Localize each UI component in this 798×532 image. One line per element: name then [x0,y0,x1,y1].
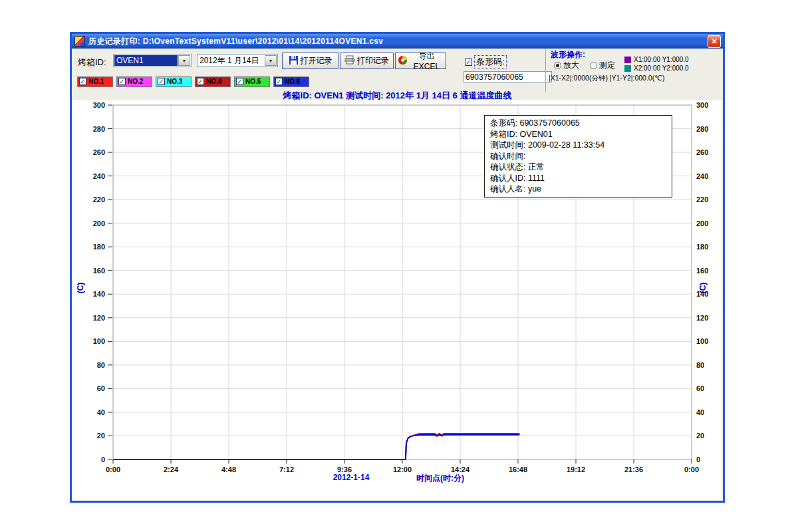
x2y2-readout: X2:00:00 Y2:000.0 [634,65,689,72]
x-tick-label: 19:12 [567,466,585,473]
x1y1-color-swatch [624,57,631,63]
zoom-radio-label: 放大 [563,60,579,71]
x-tick-label: 7:12 [279,466,294,473]
barcode-label: 条形码: [474,55,507,68]
oven-id-label: 烤箱ID: [78,57,106,68]
channel-checkbox-NO.5[interactable]: ✓NO.5 [234,76,270,87]
y-tick-label-left: 20 [97,432,105,440]
y-tick-label-left: 100 [93,337,105,345]
y-tick-label-left: 140 [93,290,105,298]
checkbox-check-icon: ✓ [236,78,243,85]
y-tick-label-left: 0 [101,456,105,464]
y-tick-label-right: 240 [696,172,708,180]
x-tick-label: 21:36 [624,466,643,473]
y-tick-label-right: 220 [696,196,708,203]
checkbox-check-icon: ✓ [118,78,126,85]
y-tick-label-left: 260 [93,148,105,156]
series-NO.6 [113,435,519,460]
y-tick-label-right: 180 [696,243,708,251]
y-tick-label-right: 80 [696,361,704,369]
infobox-line: 烤箱ID: OVEN01 [490,129,666,140]
channel-checkbox-NO.3[interactable]: ✓NO.3 [156,76,192,87]
channel-label: NO.3 [167,78,182,85]
x-tick-label: 16:48 [509,466,527,473]
y-tick-label-left: 40 [97,408,105,416]
y-tick-label-right: 20 [696,432,704,440]
window-title: 历史记录打印: D:\OvenTextSystemV11\user\2012\0… [88,36,383,47]
waveform-title: 波形操作: [551,49,585,61]
chevron-down-icon[interactable]: ▼ [265,55,277,66]
oven-id-value: OVEN1 [114,55,178,66]
channel-label: NO.5 [245,78,261,85]
checkbox-check-icon: ✓ [79,78,86,85]
x1y1-readout: X1:00:00 Y1:000.0 [634,56,689,63]
y-tick-label-right: 120 [696,314,708,322]
y-tick-label-right: 280 [696,125,708,133]
x-axis-date-label: 2012-1-14 [309,473,394,482]
y-tick-label-left: 80 [97,361,105,369]
radio-unselected-icon [590,62,597,69]
y-axis-unit-right: (C) [698,283,708,294]
y-tick-label-left: 120 [93,314,105,322]
zoom-radio[interactable]: 放大 [554,60,579,71]
channel-checkbox-NO.1[interactable]: ✓NO.1 [77,76,113,87]
radio-selected-icon [554,62,561,69]
y-tick-label-left: 160 [93,267,105,275]
infobox-line: 确认人ID: 1111 [490,173,666,184]
y-axis-unit-left: (C) [76,283,85,294]
y-tick-label-right: 300 [696,101,708,109]
floppy-icon [289,55,299,67]
export-excel-label: 导出EXCEL [410,51,444,71]
infobox-line: 条形码: 6903757060065 [490,118,666,129]
y-tick-label-left: 60 [97,384,105,392]
checkbox-check-icon: ✓ [158,78,165,85]
print-record-button[interactable]: 打印记录 [340,53,394,69]
infobox-line: 确认人名: yue [490,184,666,195]
close-icon: ✕ [711,37,717,46]
y-tick-label-left: 180 [93,243,105,251]
y-tick-label-right: 260 [696,148,708,156]
measure-radio[interactable]: 测定 [590,60,615,71]
titlebar[interactable]: 历史记录打印: D:\OvenTextSystemV11\user\2012\0… [72,34,723,49]
x-axis-label: 时间点(时:分) [390,473,490,484]
y-tick-label-left: 200 [93,219,105,227]
open-record-button[interactable]: 打开记录 [282,53,338,69]
export-excel-icon [398,55,408,67]
checkbox-check-icon: ✓ [197,78,204,85]
printer-icon [344,55,355,66]
series-NO.1 [113,434,519,460]
y-tick-label-right: 40 [696,408,704,416]
print-record-label: 打印记录 [357,55,389,66]
y-tick-label-right: 60 [696,384,704,392]
y-tick-label-left: 240 [93,172,105,180]
infobox-line: 确认时间: [490,151,666,162]
infobox-line: 确认状态: 正常 [490,162,666,173]
y-tick-label-left: 220 [93,196,105,203]
y-tick-label-left: 280 [93,125,105,133]
x-tick-label: 0:00 [106,466,120,473]
channel-checkbox-row: ✓NO.1✓NO.2✓NO.3✓NO.4✓NO.5✓NO.6 [77,74,313,86]
app-window: 历史记录打印: D:\OvenTextSystemV11\user\2012\0… [70,32,725,503]
x-tick-label: 4:48 [221,466,236,473]
barcode-input[interactable] [464,71,552,82]
channel-checkbox-NO.4[interactable]: ✓NO.4 [195,76,231,87]
infobox-line: 测试时间: 2009-02-28 11:33:54 [490,140,666,151]
channel-checkbox-NO.6[interactable]: ✓NO.6 [273,76,309,87]
channel-checkbox-NO.2[interactable]: ✓NO.2 [116,76,152,87]
close-button[interactable]: ✕ [708,35,721,48]
chart-panel: 3003002802802602602402402202202002001801… [72,100,722,500]
measure-radio-label: 测定 [599,60,615,71]
chevron-down-icon[interactable]: ▼ [178,55,190,66]
checkbox-check-icon: ✓ [465,59,472,66]
date-combobox[interactable]: 2012年 1 月14日 ▼ [197,54,278,67]
waveform-panel: 波形操作: 放大 测定 X1:00:00 Y1:000.0 X2:00:00 Y… [545,49,723,92]
channel-label: NO.2 [128,78,143,85]
y-tick-label-right: 160 [696,267,708,275]
oven-id-combobox[interactable]: OVEN1 ▼ [113,54,192,67]
export-excel-button[interactable]: 导出EXCEL [395,53,446,69]
record-infobox: 条形码: 6903757060065烤箱ID: OVEN01测试时间: 2009… [484,115,672,198]
x-tick-label: 2:24 [164,466,179,473]
barcode-checkbox[interactable]: ✓ 条形码: [465,55,507,68]
desktop: 历史记录打印: D:\OvenTextSystemV11\user\2012\0… [0,0,798,532]
app-icon [74,36,85,47]
